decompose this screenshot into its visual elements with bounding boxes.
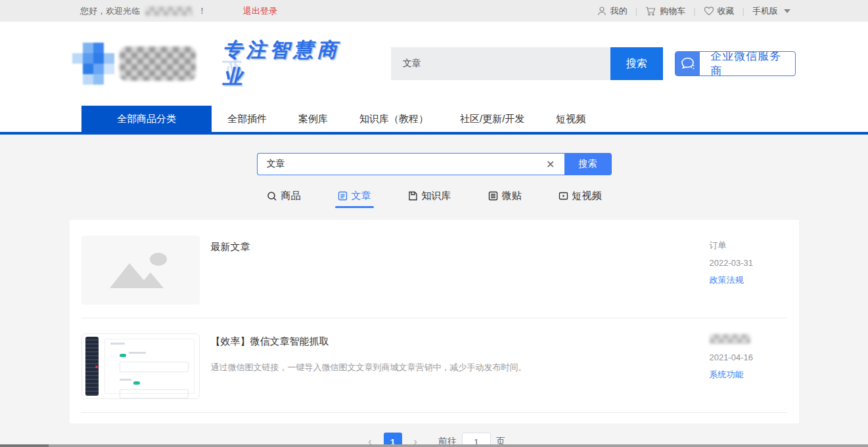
favorites-link[interactable]: 收藏 <box>704 5 735 17</box>
result-type-tabs: 商品 文章 知识库 微贴 短视频 <box>0 190 868 208</box>
placeholder-image <box>81 236 200 305</box>
main-content: ✕ 搜索 商品 文章 知识库 微贴 短视频 <box>0 135 868 444</box>
list-icon <box>488 191 498 201</box>
header-search-input[interactable] <box>391 47 610 80</box>
tab-articles[interactable]: 文章 <box>338 190 371 208</box>
cart-icon <box>645 6 656 16</box>
window-bottom-edge <box>0 444 868 447</box>
brand-slogan: 专注智慧商业 专注智慧商业 <box>222 37 350 91</box>
search-icon <box>267 191 277 202</box>
welcome-text: 您好，欢迎光临 <box>80 5 140 17</box>
divider: | <box>693 6 695 16</box>
censored-username <box>145 7 193 16</box>
tab-short-video[interactable]: 短视频 <box>559 190 602 208</box>
censored-logo-text <box>120 47 196 81</box>
header-search: 搜索 <box>391 47 663 80</box>
mobile-version-dropdown[interactable]: 手机版 <box>752 5 790 17</box>
tab-knowledge-base[interactable]: 知识库 <box>408 190 451 208</box>
result-meta: 2021-04-16 系统功能 <box>710 330 787 399</box>
site-header: 专注智慧商业 专注智慧商业 搜索 企业微信服务商 <box>0 22 868 106</box>
image-placeholder-icon <box>104 247 177 293</box>
result-thumbnail-admin-screenshot <box>81 333 200 399</box>
nav-item-short-video[interactable]: 短视频 <box>541 106 600 132</box>
header-search-button[interactable]: 搜索 <box>610 47 663 80</box>
bookmark-icon <box>408 191 418 201</box>
top-utility-bar: 您好，欢迎光临！ 退出登录 我的 | 购物车 | 收藏 | 手机版 <box>0 0 868 22</box>
tab-micro-posts[interactable]: 微贴 <box>488 190 522 208</box>
result-search-button[interactable]: 搜索 <box>564 153 612 175</box>
result-search-input[interactable] <box>267 159 544 169</box>
brand-logo[interactable]: 专注智慧商业 专注智慧商业 <box>72 37 350 91</box>
censored-logo-mark <box>72 43 110 85</box>
result-category-link[interactable]: 系统功能 <box>710 369 787 381</box>
wechat-service-provider-button[interactable]: 企业微信服务商 <box>675 51 796 76</box>
result-category-link[interactable]: 政策法规 <box>710 274 787 286</box>
nav-item-all-categories[interactable]: 全部商品分类 <box>81 106 212 132</box>
nav-item-case-library[interactable]: 案例库 <box>284 106 342 132</box>
cart-link[interactable]: 购物车 <box>645 5 685 17</box>
divider: | <box>635 6 637 16</box>
slogan-reflection: 专注智慧商业 <box>222 55 350 109</box>
category-nav: 全部商品分类 全部插件 案例库 知识库（教程） 社区/更新/开发 短视频 <box>0 106 868 135</box>
welcome-suffix: ！ <box>198 5 206 17</box>
result-meta-label: 订单 <box>710 240 787 251</box>
caret-down-icon <box>784 9 790 13</box>
user-icon <box>597 6 607 16</box>
result-item-1[interactable]: 最新文章 订单 2022-03-31 政策法规 <box>81 224 787 318</box>
video-icon <box>559 191 568 201</box>
tab-products[interactable]: 商品 <box>267 190 301 208</box>
divider: | <box>742 6 744 16</box>
result-item-2[interactable]: 【效率】微信文章智能抓取 通过微信图文链接，一键导入微信图文文章到商城文章营销中… <box>81 318 787 413</box>
result-date: 2022-03-31 <box>710 258 787 268</box>
result-search-section: ✕ 搜索 <box>0 153 868 175</box>
nav-item-community[interactable]: 社区/更新/开发 <box>445 106 539 132</box>
result-title[interactable]: 【效率】微信文章智能抓取 <box>211 335 690 348</box>
result-meta: 订单 2022-03-31 政策法规 <box>710 236 787 305</box>
article-icon <box>338 191 348 201</box>
nav-item-knowledge-base[interactable]: 知识库（教程） <box>345 106 443 132</box>
nav-item-all-plugins[interactable]: 全部插件 <box>213 106 281 132</box>
result-date: 2021-04-16 <box>710 352 787 362</box>
heart-icon <box>704 6 714 16</box>
censored-author <box>710 334 750 344</box>
wechat-chat-icon <box>675 51 700 76</box>
results-card: 最新文章 订单 2022-03-31 政策法规 <box>70 220 799 423</box>
logout-link[interactable]: 退出登录 <box>243 5 277 17</box>
result-title[interactable]: 最新文章 <box>211 241 690 253</box>
thumb-form-panel <box>104 339 194 394</box>
thumb-notification-dot <box>95 366 98 368</box>
my-account-link[interactable]: 我的 <box>597 5 628 17</box>
result-description: 通过微信图文链接，一键导入微信图文文章到商城文章营销中，减少手动发布时间。 <box>211 361 690 374</box>
clear-search-icon[interactable]: ✕ <box>543 158 557 171</box>
